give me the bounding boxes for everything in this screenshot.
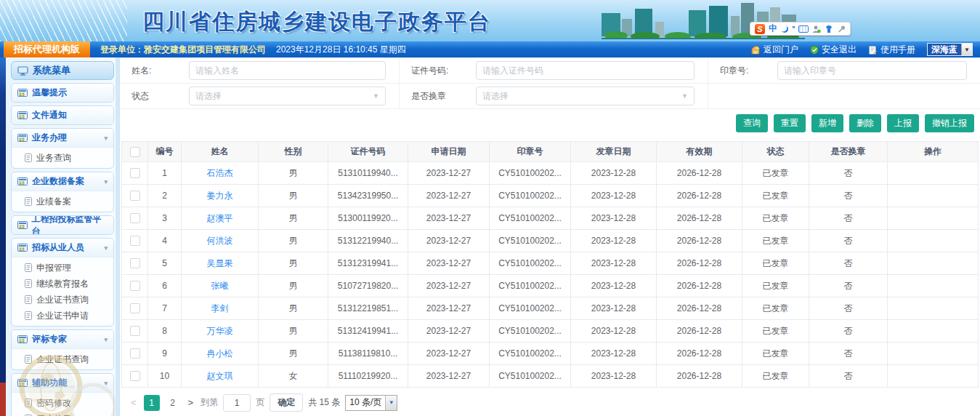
person-name-link[interactable]: 张曦	[211, 281, 229, 291]
sidebar-group-supervision: 工程招投标监管平台	[11, 215, 114, 235]
return-portal-link[interactable]: 返回门户	[750, 44, 798, 56]
name-input[interactable]	[189, 61, 386, 80]
row-checkbox[interactable]	[130, 326, 140, 336]
sidebar-item-practitioners[interactable]: 招标从业人员	[12, 239, 113, 257]
col-id-number: 证件号码	[328, 142, 408, 162]
theme-select[interactable]: 深海蓝 ▼	[927, 43, 973, 56]
row-checkbox[interactable]	[130, 348, 140, 359]
add-button[interactable]: 新增	[811, 114, 843, 132]
cancel-report-button[interactable]: 撤销上报	[925, 114, 974, 132]
table-row: 3 赵澳平 男 51300119920... 2023-12-27 CY5101…	[122, 207, 979, 230]
sidebar-scrollbar[interactable]	[116, 57, 119, 416]
top-banner: 四川省住房城乡建设电子政务平台 S 中 ’’	[0, 0, 980, 41]
ime-account-icon[interactable]	[812, 25, 821, 33]
select-all-checkbox[interactable]	[130, 147, 140, 157]
action-toolbar: 查询 重置 新增 删除 上报 撤销上报	[120, 109, 980, 138]
document-icon	[25, 153, 32, 162]
id-field-cell: 证件号码:	[400, 58, 708, 84]
page-size-select[interactable]: 10 条/页 ▼	[345, 395, 397, 411]
row-checkbox[interactable]	[130, 281, 140, 291]
person-name-link[interactable]: 冉小松	[207, 348, 233, 359]
sidebar-item-business[interactable]: 业务办理	[12, 129, 113, 147]
safe-exit-link[interactable]: 安全退出	[810, 44, 857, 56]
goto-page-input[interactable]	[223, 394, 251, 412]
edition-tab[interactable]: 招标代理机构版	[4, 41, 90, 57]
sidebar-item-declaration[interactable]: 申报管理	[12, 260, 113, 276]
user-manual-link[interactable]: 使用手册	[868, 44, 915, 56]
person-name-link[interactable]: 吴显果	[207, 258, 233, 268]
status-field-cell: 状态 请选择 ▼	[120, 84, 400, 109]
chevron-down-icon	[104, 336, 108, 343]
person-name-link[interactable]: 石浩杰	[207, 168, 233, 178]
seal-field-label: 印章号:	[708, 65, 777, 77]
seal-number-input[interactable]	[777, 61, 967, 80]
sidebar-item-file-notice[interactable]: 文件通知	[12, 106, 113, 124]
return-portal-label: 返回门户	[764, 44, 798, 56]
login-unit-text: 登录单位：雅安交建集团项目管理有限公司	[100, 44, 266, 56]
sidebar-item-tips[interactable]: 温馨提示	[12, 84, 113, 102]
col-name: 姓名	[182, 142, 259, 162]
goto-page-label: 到第	[201, 396, 218, 409]
sidebar-item-continuing-education[interactable]: 继续教育报名	[12, 276, 113, 292]
theme-select-value: 深海蓝	[928, 44, 961, 56]
sidebar-item-performance-filing[interactable]: 业绩备案	[12, 193, 113, 209]
sidebar-group-practitioners: 招标从业人员 申报管理 继续教育报名 企业证书查询 企业证书	[11, 238, 114, 327]
ime-logo-icon[interactable]: S	[755, 24, 765, 34]
person-name-link[interactable]: 万华凌	[207, 326, 233, 336]
row-checkbox[interactable]	[130, 168, 140, 178]
chevron-down-icon	[104, 244, 108, 252]
ime-punctuation-icon[interactable]: ’’	[792, 25, 795, 33]
return-portal-icon	[750, 45, 761, 55]
ime-skin-icon[interactable]	[825, 25, 833, 33]
delete-button[interactable]: 删除	[849, 114, 881, 132]
page-1-button[interactable]: 1	[144, 395, 160, 411]
person-name-link[interactable]: 何洪波	[207, 236, 233, 246]
row-checkbox[interactable]	[130, 191, 140, 201]
person-name-link[interactable]: 赵文琪	[207, 371, 233, 381]
document-icon	[25, 295, 32, 304]
ime-toolbar[interactable]: S 中 ’’	[750, 22, 851, 36]
search-form: 姓名: 证件号码: 印章号: 状态 请选择 ▼ 是否换章	[120, 57, 980, 109]
row-checkbox[interactable]	[130, 258, 140, 268]
row-checkbox[interactable]	[130, 371, 140, 381]
row-checkbox[interactable]	[130, 213, 140, 223]
id-number-input[interactable]	[476, 61, 694, 80]
ime-fullhalf-moon-icon[interactable]	[781, 25, 788, 33]
query-button[interactable]: 查询	[736, 114, 768, 132]
prev-page-button[interactable]: <	[129, 397, 139, 408]
col-status: 状态	[742, 142, 809, 162]
table-row: 5 吴显果 男 51312319941... 2023-12-27 CY5101…	[122, 252, 979, 275]
ime-keyboard-icon[interactable]	[798, 25, 809, 33]
row-checkbox[interactable]	[130, 303, 140, 313]
row-checkbox[interactable]	[130, 236, 140, 246]
status-field-label: 状态	[120, 90, 189, 103]
grid-icon	[17, 111, 28, 119]
report-button[interactable]: 上报	[887, 114, 919, 132]
chevron-down-icon	[104, 178, 108, 185]
sidebar-item-cert-apply[interactable]: 企业证书申请	[12, 308, 113, 324]
chevron-down-icon: ▼	[681, 92, 688, 100]
theme-select-arrow-icon[interactable]: ▼	[961, 44, 972, 55]
person-name-link[interactable]: 赵澳平	[207, 213, 233, 223]
safe-exit-icon	[810, 45, 819, 55]
sidebar-item-business-query[interactable]: 业务查询	[12, 150, 113, 166]
sidebar-item-cert-query[interactable]: 企业证书查询	[12, 292, 113, 308]
sidebar-item-supervision-platform[interactable]: 工程招投标监管平台	[12, 216, 113, 234]
person-name-link[interactable]: 姜力永	[207, 191, 233, 201]
ime-language-icon[interactable]: 中	[769, 23, 777, 35]
grid-icon	[17, 134, 28, 142]
page-2-button[interactable]: 2	[165, 395, 181, 411]
grid-icon	[17, 221, 28, 229]
globe-watermark-image	[6, 345, 120, 416]
seal-change-field-label: 是否换章	[400, 90, 476, 103]
reset-button[interactable]: 重置	[774, 114, 806, 132]
goto-confirm-button[interactable]: 确定	[270, 393, 303, 412]
status-select[interactable]: 请选择 ▼	[189, 87, 386, 105]
grid-icon	[17, 244, 28, 252]
person-name-link[interactable]: 李剑	[211, 303, 229, 313]
sidebar-item-enterprise-data[interactable]: 企业数据备案	[12, 172, 113, 191]
next-page-button[interactable]: >	[186, 397, 196, 408]
seal-change-select[interactable]: 请选择 ▼	[476, 87, 694, 105]
ime-settings-wrench-icon[interactable]	[837, 25, 846, 33]
user-manual-label: 使用手册	[880, 44, 915, 56]
